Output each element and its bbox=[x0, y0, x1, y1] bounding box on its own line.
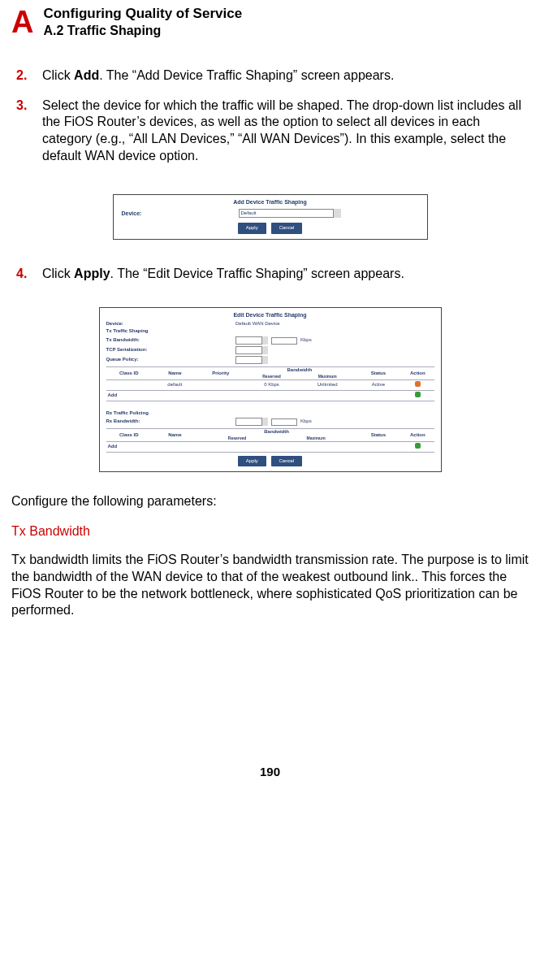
col-bandwidth-label: Bandwidth bbox=[244, 367, 355, 374]
device-row: Device: Default WAN Device bbox=[100, 320, 441, 328]
screenshot-edit-device-traffic-shaping: Edit Device Traffic Shaping Device: Defa… bbox=[99, 307, 442, 473]
table-head: Class ID Name Priority Bandwidth Reserve… bbox=[106, 367, 434, 379]
step-number: 4. bbox=[16, 266, 34, 283]
tx-bandwidth-heading: Tx Bandwidth bbox=[11, 523, 529, 540]
dialog-title: Add Device Traffic Shaping bbox=[114, 195, 427, 207]
button-row: Apply Cancel bbox=[100, 453, 441, 472]
col-action: Action bbox=[401, 371, 434, 377]
tcp-serialization-row: TCP Serialization: Disabled bbox=[100, 345, 441, 355]
configure-line: Configure the following parameters: bbox=[11, 493, 529, 510]
cell-action bbox=[401, 381, 434, 389]
device-label: Device: bbox=[106, 321, 231, 327]
tx-section-label: Tx Traffic Shaping bbox=[100, 327, 441, 336]
label: Rx Bandwidth: bbox=[106, 418, 231, 425]
text: Click bbox=[42, 68, 74, 82]
table-row-add: Add bbox=[106, 391, 434, 401]
label: Rx Traffic Policing bbox=[106, 410, 231, 417]
cell-bandwidth: 0 Kbps Unlimited bbox=[244, 382, 355, 388]
cell-maximum: Unlimited bbox=[300, 382, 356, 388]
cell-name: default bbox=[152, 382, 198, 388]
cell-add: Add bbox=[106, 392, 154, 399]
screenshot-add-device-traffic-shaping: Add Device Traffic Shaping Device: Defau… bbox=[113, 194, 428, 240]
tx-bandwidth-select[interactable] bbox=[235, 336, 268, 345]
cell-action bbox=[401, 443, 434, 451]
device-select-value: Default bbox=[241, 210, 257, 217]
col-status: Status bbox=[356, 371, 402, 377]
label: Tx Bandwidth: bbox=[106, 337, 231, 344]
text: . The “Edit Device Traffic Shaping” scre… bbox=[110, 267, 404, 280]
tx-bandwidth-input[interactable] bbox=[271, 337, 297, 345]
cancel-button[interactable]: Cancel bbox=[271, 456, 303, 467]
value: Specify Kbps bbox=[235, 336, 434, 345]
chapter-title: Configuring Quality of Service bbox=[43, 5, 242, 23]
rx-bandwidth-select[interactable] bbox=[235, 418, 268, 426]
tx-classes-table: Class ID Name Priority Bandwidth Reserve… bbox=[106, 366, 434, 401]
col-action: Action bbox=[401, 432, 434, 439]
unit: Kbps bbox=[300, 418, 312, 425]
col-classid: Class ID bbox=[106, 432, 153, 439]
apply-button[interactable]: Apply bbox=[238, 456, 266, 467]
add-icon[interactable] bbox=[415, 443, 421, 449]
label: TCP Serialization: bbox=[106, 347, 231, 353]
device-value: Default WAN Device bbox=[235, 321, 434, 327]
appendix-letter: A bbox=[11, 7, 33, 37]
step-2: 2. Click Add. The “Add Device Traffic Sh… bbox=[11, 67, 529, 85]
step-body: Select the device for which the traffic … bbox=[42, 98, 529, 165]
col-status: Status bbox=[356, 432, 402, 439]
step-body: Click Add. The “Add Device Traffic Shapi… bbox=[42, 67, 529, 85]
value: Disabled bbox=[235, 346, 434, 354]
col-name: Name bbox=[152, 432, 198, 439]
col-reserved: Reserved bbox=[198, 436, 277, 441]
col-classid: Class ID bbox=[106, 371, 153, 377]
value: Class Based bbox=[235, 356, 434, 364]
rx-bandwidth-row: Rx Bandwidth: Kbps bbox=[100, 417, 441, 427]
text: Click bbox=[42, 267, 74, 280]
cell-add: Add bbox=[106, 444, 154, 450]
rx-section-label: Rx Traffic Policing bbox=[100, 410, 441, 418]
cell-action bbox=[401, 392, 434, 400]
section-title: A.2 Traffic Shaping bbox=[43, 23, 242, 40]
col-priority: Priority bbox=[198, 371, 244, 377]
rx-classes-table: Class ID Name Bandwidth Reserved Maximum… bbox=[106, 428, 434, 452]
label: Tx Traffic Shaping bbox=[106, 328, 231, 335]
delete-icon[interactable] bbox=[415, 381, 421, 387]
col-bandwidth: Bandwidth Reserved Maximum bbox=[244, 367, 355, 379]
button-row: Apply Cancel bbox=[114, 219, 427, 239]
apply-button[interactable]: Apply bbox=[238, 223, 266, 234]
col-maximum: Maximum bbox=[300, 374, 356, 379]
label: Queue Policy: bbox=[106, 357, 231, 363]
cancel-button[interactable]: Cancel bbox=[271, 223, 303, 234]
tx-bandwidth-row: Tx Bandwidth: Specify Kbps bbox=[100, 336, 441, 345]
table-row-add: Add bbox=[106, 442, 434, 453]
bold-add: Add bbox=[74, 68, 99, 82]
table-row: default 0 Kbps Unlimited Active bbox=[106, 380, 434, 391]
cell-reserved: 0 Kbps bbox=[244, 382, 300, 388]
device-select[interactable]: Default bbox=[239, 209, 341, 218]
device-field: Default bbox=[239, 209, 414, 218]
tx-bandwidth-paragraph: Tx bandwidth limits the FiOS Router’s ba… bbox=[11, 552, 529, 619]
col-reserved: Reserved bbox=[244, 374, 300, 379]
tcp-select[interactable] bbox=[235, 346, 268, 354]
step-body: Click Apply. The “Edit Device Traffic Sh… bbox=[42, 266, 529, 283]
col-bandwidth-label: Bandwidth bbox=[198, 429, 356, 436]
queue-policy-select[interactable] bbox=[235, 356, 268, 364]
value: Kbps bbox=[235, 418, 434, 426]
col-bandwidth: Bandwidth Reserved Maximum bbox=[198, 429, 356, 440]
col-name: Name bbox=[152, 371, 198, 377]
page-number: 190 bbox=[11, 764, 529, 780]
step-4: 4. Click Apply. The “Edit Device Traffic… bbox=[11, 266, 529, 283]
text: . The “Add Device Traffic Shaping” scree… bbox=[99, 68, 394, 82]
header-titles: Configuring Quality of Service A.2 Traff… bbox=[43, 5, 242, 40]
queue-policy-row: Queue Policy: Class Based bbox=[100, 355, 441, 365]
step-number: 3. bbox=[16, 98, 34, 165]
dialog-title: Edit Device Traffic Shaping bbox=[100, 308, 441, 320]
device-label: Device: bbox=[122, 210, 239, 217]
unit: Kbps bbox=[300, 337, 312, 344]
table-head: Class ID Name Bandwidth Reserved Maximum… bbox=[106, 429, 434, 441]
device-row: Device: Default bbox=[114, 207, 427, 219]
cell-status: Active bbox=[356, 382, 402, 388]
rx-bandwidth-input[interactable] bbox=[271, 418, 297, 426]
add-icon[interactable] bbox=[415, 392, 421, 397]
page-header: A Configuring Quality of Service A.2 Tra… bbox=[11, 5, 529, 40]
step-3: 3. Select the device for which the traff… bbox=[11, 98, 529, 165]
